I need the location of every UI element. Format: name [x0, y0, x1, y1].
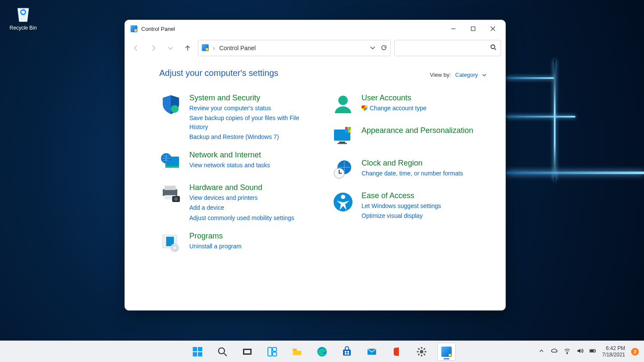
task-view-button[interactable]	[238, 343, 256, 361]
taskbar-pinned-apps	[188, 341, 456, 362]
svg-rect-34	[244, 350, 250, 353]
category-link[interactable]: Review your computer's status	[189, 104, 314, 112]
wifi-icon[interactable]	[564, 347, 571, 356]
programs-icon	[159, 232, 182, 255]
edge-button[interactable]	[313, 343, 331, 361]
recycle-bin-icon	[14, 4, 33, 23]
recent-dropdown-button[interactable]	[164, 41, 177, 55]
svg-rect-6	[163, 189, 177, 196]
window-title: Control Panel	[141, 26, 175, 32]
category-link[interactable]: Save backup copies of your files with Fi…	[189, 114, 314, 131]
category-appearance-personalization: Appearance and Personalization	[331, 126, 486, 149]
chevron-down-icon[interactable]	[370, 45, 376, 52]
svg-point-46	[420, 350, 423, 353]
search-icon	[490, 44, 496, 52]
svg-point-2	[171, 105, 179, 113]
user-icon	[331, 94, 355, 117]
svg-rect-0	[471, 27, 475, 31]
svg-point-47	[567, 353, 568, 354]
titlebar[interactable]: Control Panel	[125, 20, 505, 37]
settings-button[interactable]	[413, 343, 431, 361]
view-by-value[interactable]: Category	[455, 72, 478, 78]
svg-point-14	[173, 247, 176, 249]
svg-rect-29	[198, 347, 202, 351]
breadcrumb[interactable]: Control Panel	[219, 45, 256, 51]
category-title[interactable]: Network and Internet	[189, 151, 270, 160]
volume-icon[interactable]	[577, 347, 583, 356]
globe-monitor-icon	[159, 151, 182, 174]
file-explorer-button[interactable]	[288, 343, 306, 361]
category-title[interactable]: Appearance and Personalization	[361, 126, 473, 135]
widgets-button[interactable]	[263, 343, 281, 361]
back-button[interactable]	[129, 41, 143, 55]
category-link[interactable]: Add a device	[189, 203, 294, 212]
notification-badge[interactable]: 2	[631, 348, 639, 356]
svg-rect-28	[193, 347, 197, 351]
category-link[interactable]: Optimize visual display	[361, 211, 441, 220]
category-title[interactable]: Hardware and Sound	[189, 183, 294, 192]
category-link[interactable]: Adjust commonly used mobility settings	[189, 214, 294, 222]
search-box[interactable]	[394, 40, 501, 56]
chevron-right-icon: ›	[213, 45, 215, 51]
category-link[interactable]: Change account type	[361, 104, 426, 112]
svg-rect-30	[193, 352, 197, 356]
category-title[interactable]: User Accounts	[361, 94, 426, 103]
maximize-button[interactable]	[463, 22, 483, 36]
clock-globe-icon	[331, 159, 355, 182]
clock[interactable]: 6:42 PM 7/18/2021	[602, 345, 625, 358]
svg-point-32	[219, 348, 225, 354]
system-tray[interactable]: 6:42 PM 7/18/2021 2	[538, 345, 644, 358]
view-by-label: View by:	[430, 72, 451, 78]
search-input[interactable]	[399, 45, 490, 51]
svg-rect-40	[343, 350, 351, 356]
category-title[interactable]: Clock and Region	[361, 159, 463, 168]
svg-rect-42	[347, 351, 349, 353]
svg-rect-23	[348, 130, 351, 133]
accessibility-icon	[331, 191, 355, 214]
svg-point-10	[174, 197, 178, 201]
control-panel-taskbar-button[interactable]	[437, 343, 456, 361]
monitor-personalize-icon	[331, 126, 355, 149]
up-button[interactable]	[181, 41, 194, 55]
category-hardware-sound: Hardware and Sound View devices and prin…	[159, 183, 314, 222]
category-link[interactable]: View network status and tasks	[189, 161, 270, 169]
view-by-control[interactable]: View by: Category	[430, 72, 486, 78]
taskbar[interactable]: 6:42 PM 7/18/2021 2	[0, 341, 644, 362]
category-title[interactable]: Ease of Access	[361, 191, 441, 200]
category-title[interactable]: Programs	[189, 232, 241, 241]
svg-rect-35	[268, 347, 272, 356]
category-network-internet: Network and Internet View network status…	[159, 151, 314, 174]
svg-point-1	[491, 45, 495, 49]
store-button[interactable]	[338, 343, 356, 361]
svg-rect-20	[345, 127, 348, 130]
start-button[interactable]	[188, 343, 207, 361]
category-clock-region: Clock and Region Change date, time, or n…	[331, 159, 486, 182]
shield-icon	[159, 94, 182, 117]
svg-rect-43	[345, 353, 346, 355]
recycle-bin[interactable]: Recycle Bin	[6, 4, 40, 31]
category-link[interactable]: Uninstall a program	[189, 242, 241, 250]
svg-rect-21	[348, 127, 351, 130]
category-link[interactable]: View devices and printers	[189, 193, 294, 202]
recycle-bin-label: Recycle Bin	[6, 25, 40, 31]
office-button[interactable]	[388, 343, 406, 361]
category-user-accounts: User Accounts Change account type	[331, 94, 486, 117]
mail-button[interactable]	[363, 343, 381, 361]
close-button[interactable]	[483, 22, 503, 36]
control-panel-icon	[130, 25, 138, 33]
category-link[interactable]: Let Windows suggest settings	[361, 202, 441, 210]
category-link[interactable]: Change date, time, or number formats	[361, 169, 463, 178]
tray-overflow-button[interactable]	[538, 347, 545, 356]
address-bar[interactable]: › Control Panel	[198, 40, 391, 56]
search-button[interactable]	[213, 343, 231, 361]
content-area: Adjust your computer's settings View by:…	[125, 59, 505, 310]
forward-button[interactable]	[146, 41, 160, 55]
category-ease-of-access: Ease of Access Let Windows suggest setti…	[331, 191, 486, 220]
refresh-button[interactable]	[381, 45, 387, 52]
battery-icon[interactable]	[589, 347, 596, 356]
onedrive-icon[interactable]	[551, 347, 558, 356]
category-link[interactable]: Backup and Restore (Windows 7)	[189, 133, 314, 141]
minimize-button[interactable]	[444, 22, 463, 36]
category-title[interactable]: System and Security	[189, 94, 314, 103]
svg-rect-38	[293, 349, 297, 350]
